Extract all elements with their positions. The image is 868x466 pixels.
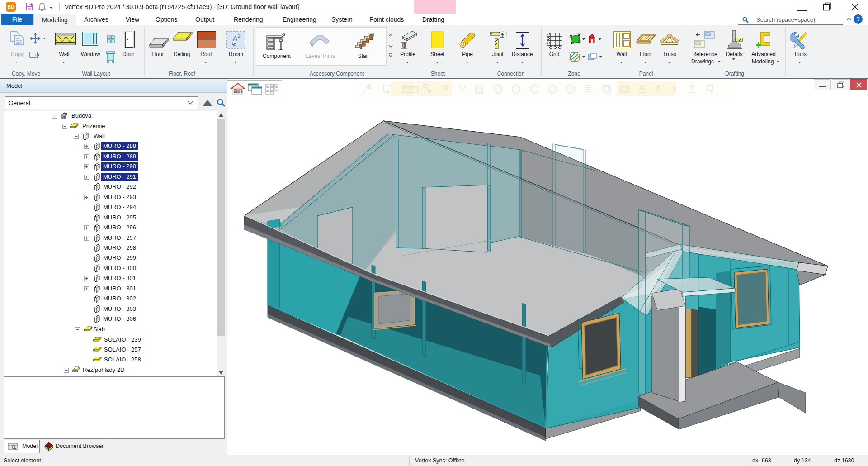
svg-text:A: A <box>233 34 237 42</box>
svg-text:2: 2 <box>238 33 241 38</box>
